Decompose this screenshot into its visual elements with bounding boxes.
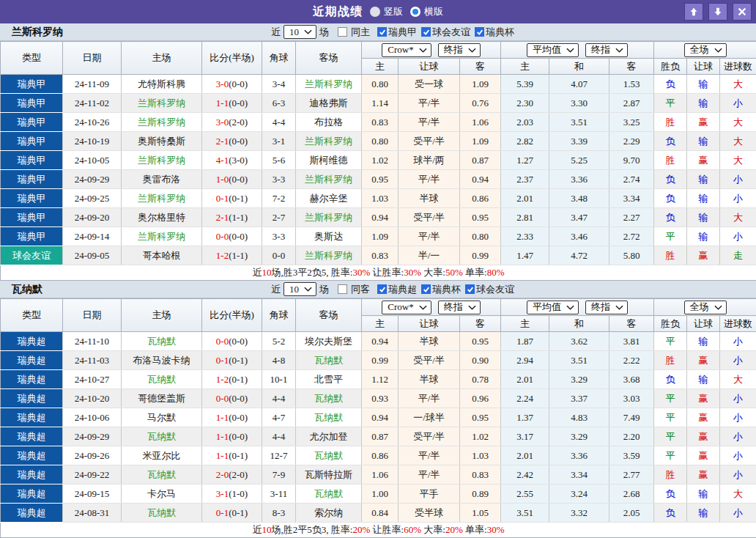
match-type-cell: 瑞典超: [1, 446, 63, 465]
match-date-cell: 24-09-22: [63, 465, 122, 484]
goals-result-cell: 大: [720, 151, 756, 170]
final-odds-select[interactable]: 终指: [585, 43, 628, 57]
home-team-cell: 米亚尔比: [122, 446, 202, 465]
handicap-home-odds-cell: 0.83: [362, 246, 399, 265]
home-team-cell: 兰斯科罗纳: [122, 227, 202, 246]
euro-away-odds-cell: 3.34: [609, 189, 654, 208]
match-type-cell: 球会友谊: [1, 246, 63, 265]
average-select[interactable]: 平均值: [527, 301, 579, 314]
chevron-down-icon: [615, 48, 623, 53]
handicap-home-odds-cell: 1.06: [362, 465, 399, 484]
match-type-cell: 瑞典甲: [1, 75, 63, 94]
check-icon: [379, 286, 386, 293]
match-type-cell: 瑞典甲: [1, 151, 63, 170]
handicap-away-odds-cell: 0.94: [460, 170, 501, 189]
handicap-home-odds-cell: 0.86: [362, 446, 399, 465]
score-cell: 2-1(0-0): [202, 132, 262, 151]
away-team-cell: 北雪平: [296, 370, 362, 389]
radio-horizontal-layout[interactable]: 横版: [410, 5, 443, 18]
match-date-cell: 24-10-19: [63, 132, 122, 151]
scroll-down-button[interactable]: [708, 3, 727, 21]
col-euro-draw: 和: [549, 316, 609, 332]
league-filter-checkbox[interactable]: [465, 284, 475, 294]
col-type: 类型: [1, 299, 63, 332]
handicap-home-odds-cell: 0.87: [362, 427, 399, 446]
handicap-line-cell: 受半球: [399, 504, 460, 523]
recent-count-select[interactable]: 10: [284, 282, 316, 296]
corner-cell: 7-9: [262, 465, 296, 484]
fullmatch-select-group: 全场: [654, 299, 756, 316]
radio-horizontal-icon[interactable]: [410, 7, 420, 17]
win-draw-lose-cell: 平: [654, 427, 687, 446]
handicap-line-cell: 受平/半: [399, 208, 460, 227]
handicap-result-cell: 输: [687, 208, 720, 227]
euro-away-odds-cell: 3.03: [609, 389, 654, 408]
chevron-down-icon: [714, 305, 722, 310]
league-filter-checkbox[interactable]: [377, 27, 387, 37]
win-draw-lose-cell: 平: [654, 389, 687, 408]
bookmaker-select[interactable]: Crow*: [382, 301, 431, 314]
col-home: 主场: [122, 42, 202, 75]
final-odds-select[interactable]: 终指: [585, 301, 628, 314]
handicap-line-cell: 平/半: [399, 446, 460, 465]
euro-draw-odds-cell: 3.34: [549, 465, 609, 484]
fullmatch-select[interactable]: 全场: [684, 43, 727, 57]
fullmatch-select[interactable]: 全场: [684, 301, 727, 314]
goals-result-cell: 大: [720, 208, 756, 227]
col-handicap-home: 主: [362, 59, 399, 75]
average-select-group: 平均值 终指: [501, 42, 654, 59]
average-select[interactable]: 平均值: [527, 43, 579, 57]
scroll-up-button[interactable]: [684, 3, 703, 21]
handicap-home-odds-cell: 1.00: [362, 484, 399, 504]
match-row: 瑞典甲24-09-14兰斯科罗纳0-0(0-0)3-3奥斯达1.09平/半0.8…: [1, 227, 756, 246]
chevron-down-icon: [615, 305, 623, 310]
score-cell: 0-0(0-0): [202, 227, 262, 246]
league-filter-checkbox[interactable]: [475, 27, 484, 37]
match-type-cell: 瑞典甲: [1, 170, 63, 189]
corner-cell: 3-3: [262, 170, 296, 189]
handicap-result-cell: 赢: [687, 465, 720, 484]
handicap-line-cell: 受平/半: [399, 427, 460, 446]
same-venue-checkbox[interactable]: [338, 27, 347, 37]
match-date-cell: 24-10-06: [63, 408, 122, 427]
near-label: 近: [271, 26, 281, 39]
chevron-down-icon: [419, 305, 427, 310]
euro-home-odds-cell: 2.37: [501, 170, 549, 189]
radio-vertical-layout[interactable]: 竖版: [370, 5, 403, 18]
away-team-cell: 斯柯维德: [296, 151, 362, 170]
handicap-home-odds-cell: 0.80: [362, 75, 399, 94]
match-date-cell: 24-08-31: [63, 504, 122, 523]
handicap-home-odds-cell: 0.94: [362, 332, 399, 351]
euro-home-odds-cell: 2.30: [501, 94, 549, 113]
away-team-cell: 兰斯科罗纳: [296, 208, 362, 227]
home-team-cell: 兰斯科罗纳: [122, 151, 202, 170]
league-filter-checkbox[interactable]: [421, 284, 431, 294]
close-button[interactable]: [733, 3, 752, 21]
col-euro-home: 主: [501, 316, 549, 332]
handicap-home-odds-cell: 1.14: [362, 94, 399, 113]
summary-text: 80%: [487, 267, 505, 278]
same-venue-checkbox[interactable]: [338, 284, 347, 294]
handicap-away-odds-cell: 1.09: [460, 75, 501, 94]
window-title: 近期战绩: [313, 4, 363, 20]
euro-away-odds-cell: 2.22: [609, 351, 654, 370]
bookmaker-select[interactable]: Crow*: [382, 43, 431, 57]
euro-home-odds-cell: 2.33: [501, 227, 549, 246]
league-filter-checkbox[interactable]: [377, 284, 387, 294]
recent-count-value: 10: [289, 284, 299, 295]
final-odds-select[interactable]: 终指: [438, 43, 481, 57]
goals-result-cell: 走: [720, 246, 756, 265]
goals-result-cell: 大: [720, 484, 756, 504]
match-row: 瑞典超24-11-03布洛马波卡纳0-1(0-1)4-8瓦纳默0.99受平/半0…: [1, 351, 756, 370]
league-filter-checkbox[interactable]: [421, 27, 431, 37]
score-cell: 2-1(1-1): [202, 208, 262, 227]
final-odds-select[interactable]: 终指: [438, 301, 481, 314]
corner-cell: 6-3: [262, 94, 296, 113]
radio-vertical-icon[interactable]: [370, 7, 380, 17]
euro-home-odds-cell: 1.27: [501, 151, 549, 170]
goals-result-cell: 小: [720, 170, 756, 189]
league-filter-label: 瑞典杯: [432, 283, 461, 296]
average-select-group: 平均值 终指: [501, 299, 654, 316]
recent-count-select[interactable]: 10: [284, 25, 316, 39]
col-euro-away: 客: [609, 59, 654, 75]
